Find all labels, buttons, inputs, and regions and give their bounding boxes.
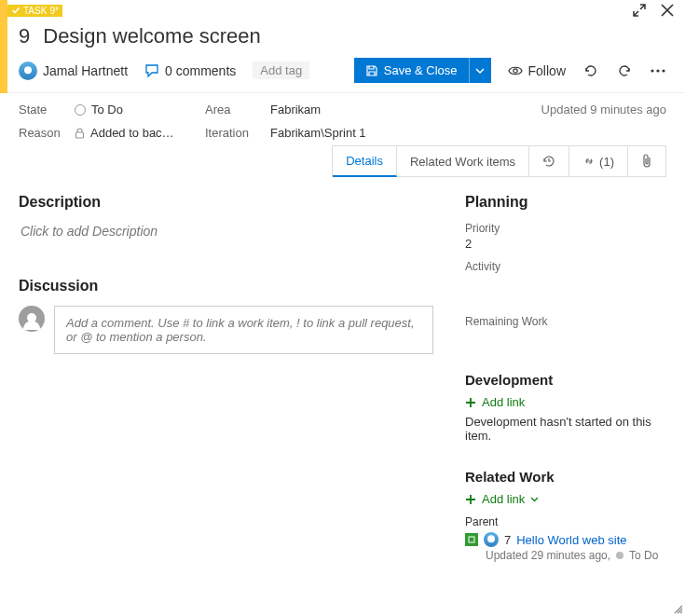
refresh-icon[interactable] [582, 62, 599, 79]
more-actions-icon[interactable] [650, 62, 666, 79]
state-dot-icon [616, 552, 623, 559]
iteration-label: Iteration [205, 126, 270, 140]
links-count: (1) [599, 155, 614, 169]
state-dot-icon [75, 104, 86, 116]
tab-bar: Details Related Work items (1) [332, 145, 666, 177]
discussion-heading: Discussion [19, 278, 433, 294]
parent-state: To Do [629, 549, 658, 562]
svg-point-4 [662, 69, 664, 72]
remaining-work-label: Remaining Work [465, 315, 672, 328]
reason-value[interactable]: Added to bac… [75, 126, 205, 140]
check-icon [11, 6, 21, 15]
planning-heading: Planning [465, 194, 672, 211]
save-label: Save & Close [384, 63, 458, 77]
pbi-icon [465, 533, 478, 546]
save-and-close-button[interactable]: Save & Close [354, 58, 469, 83]
parent-id: 7 [504, 533, 511, 547]
svg-point-2 [651, 69, 653, 72]
remaining-work-value[interactable] [465, 330, 672, 344]
plus-icon [465, 494, 476, 505]
parent-avatar [484, 532, 499, 547]
work-item-type-chip: TASK 9* [7, 5, 62, 17]
state-label: State [19, 103, 75, 116]
plus-icon [465, 397, 476, 408]
avatar [19, 62, 37, 80]
follow-button[interactable]: Follow [508, 63, 566, 78]
comment-icon [144, 63, 159, 78]
activity-label: Activity [465, 260, 672, 273]
area-value[interactable]: Fabrikam [270, 103, 401, 116]
chevron-down-icon [530, 495, 539, 503]
comment-input[interactable]: Add a comment. Use # to link a work item… [54, 306, 433, 354]
tab-history[interactable] [529, 146, 569, 176]
updated-timestamp: Updated 9 minutes ago [541, 103, 666, 116]
assignee-picker[interactable]: Jamal Hartnett [19, 62, 128, 80]
comments-text: 0 comments [165, 63, 236, 78]
tab-details[interactable]: Details [333, 146, 397, 177]
follow-label: Follow [528, 63, 566, 78]
parent-link-row[interactable]: 7 Hello World web site [465, 532, 672, 547]
expand-icon[interactable] [631, 2, 648, 19]
activity-value[interactable] [465, 275, 672, 289]
development-add-link-button[interactable]: Add link [465, 395, 672, 409]
chevron-down-icon [475, 66, 485, 75]
work-item-title[interactable]: Design welcome screen [43, 24, 261, 48]
priority-value[interactable]: 2 [465, 237, 672, 251]
iteration-value[interactable]: Fabrikam\Sprint 1 [270, 126, 401, 140]
undo-icon[interactable] [616, 62, 633, 79]
state-value[interactable]: To Do [75, 103, 205, 116]
svg-rect-0 [11, 6, 21, 15]
save-icon [365, 64, 378, 77]
add-link-label: Add link [482, 492, 525, 506]
add-link-label: Add link [482, 395, 525, 409]
add-tag-button[interactable]: Add tag [253, 62, 309, 79]
lock-icon [75, 128, 85, 139]
work-item-id: 9 [19, 24, 30, 48]
link-icon [582, 155, 596, 168]
comments-count[interactable]: 0 comments [144, 63, 236, 78]
accent-bar [0, 0, 7, 93]
type-id: 9* [49, 6, 58, 16]
history-icon [542, 155, 555, 168]
parent-label: Parent [465, 515, 672, 528]
svg-rect-5 [76, 132, 84, 138]
development-heading: Development [465, 372, 672, 388]
tab-attachments[interactable] [628, 146, 665, 176]
current-user-avatar [19, 306, 45, 332]
eye-icon [508, 63, 523, 78]
attachment-icon [641, 154, 652, 169]
related-add-link-button[interactable]: Add link [465, 492, 672, 506]
development-empty-text: Development hasn't started on this item. [465, 415, 672, 443]
related-work-heading: Related Work [465, 469, 672, 485]
description-field[interactable]: Click to add Description [19, 222, 433, 240]
assignee-name: Jamal Hartnett [43, 63, 128, 78]
save-dropdown-button[interactable] [469, 58, 491, 83]
priority-label: Priority [465, 222, 672, 235]
tab-links[interactable]: (1) [569, 146, 628, 176]
parent-title-link[interactable]: Hello World web site [516, 533, 626, 547]
type-label: TASK [23, 6, 47, 16]
tab-related-work-items[interactable]: Related Work items [397, 146, 529, 176]
svg-point-1 [513, 68, 516, 72]
resize-handle-icon[interactable] [672, 603, 683, 614]
description-heading: Description [19, 194, 433, 211]
close-icon[interactable] [659, 2, 676, 19]
reason-label: Reason [19, 126, 75, 140]
area-label: Area [205, 103, 270, 116]
svg-point-3 [656, 69, 659, 72]
parent-updated: Updated 29 minutes ago, [486, 549, 610, 562]
